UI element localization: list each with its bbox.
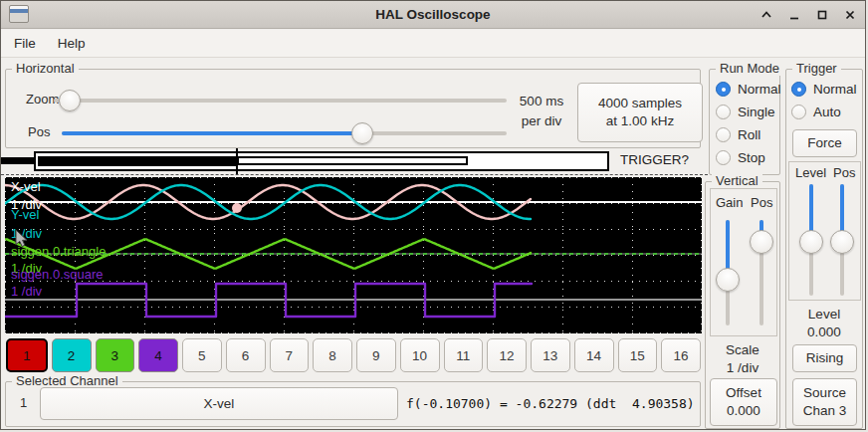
selected-channel-legend: Selected Channel bbox=[12, 373, 122, 388]
pos-slider-handle[interactable] bbox=[351, 122, 373, 144]
waveform-y-vel bbox=[5, 185, 531, 219]
channel-button-7[interactable]: 7 bbox=[270, 338, 310, 372]
scope-top-divider bbox=[1, 174, 708, 175]
scope-display[interactable]: X-vel1 /divY-vel1 /divsiggen.0.triangle1… bbox=[5, 177, 702, 333]
vertical-group: Vertical Gain Pos Scale 1 /div Offset 0.… bbox=[705, 181, 780, 429]
run-mode-option-single[interactable]: Single bbox=[716, 105, 781, 119]
channel-button-9[interactable]: 9 bbox=[356, 338, 396, 372]
horizontal-zoom-slider[interactable] bbox=[54, 90, 507, 111]
channel-button-13[interactable]: 13 bbox=[531, 338, 570, 372]
vertical-legend: Vertical bbox=[712, 173, 762, 188]
chevron-up-icon bbox=[760, 9, 772, 21]
horizontal-legend: Horizontal bbox=[12, 61, 79, 76]
minimize-icon bbox=[788, 9, 800, 21]
scale-value: 1 /div bbox=[706, 360, 779, 375]
vertical-pos-label: Pos bbox=[751, 195, 772, 210]
channel-button-16[interactable]: 16 bbox=[661, 338, 701, 372]
pos-label: Pos bbox=[28, 124, 50, 139]
timebase-unit: per div bbox=[508, 111, 575, 131]
run-mode-option-stop[interactable]: Stop bbox=[716, 150, 781, 165]
channel-button-row: 12345678910111213141516 bbox=[6, 338, 701, 372]
horizontal-pos-slider[interactable] bbox=[62, 122, 507, 144]
scope-channel-label: X-vel bbox=[11, 180, 41, 193]
zoom-slider-handle[interactable] bbox=[59, 90, 81, 111]
gain-slider[interactable] bbox=[715, 220, 741, 325]
zoom-slider-track[interactable] bbox=[54, 99, 507, 103]
channel-button-5[interactable]: 5 bbox=[182, 338, 222, 372]
radio-icon bbox=[791, 105, 806, 119]
pos-slider-fill bbox=[62, 131, 362, 135]
scope-channel-label: Y-vel bbox=[11, 208, 39, 221]
trigger-level-readout-label: Level bbox=[786, 307, 862, 322]
channel-name-button[interactable]: X-vel bbox=[40, 387, 398, 420]
menu-bar: FileHelp bbox=[1, 30, 865, 58]
trigger-edge-button[interactable]: Rising bbox=[792, 344, 857, 372]
record-window-bar bbox=[237, 156, 468, 165]
window-controls bbox=[760, 5, 857, 25]
trigger-pos-handle[interactable] bbox=[830, 230, 854, 254]
record-bar-fill bbox=[38, 156, 237, 166]
menu-item-help[interactable]: Help bbox=[55, 33, 89, 54]
run-mode-option-roll[interactable]: Roll bbox=[716, 127, 781, 142]
channel-value-readout: f(-0.10700) = -0.62279 (ddt 4.90358) bbox=[406, 396, 695, 411]
vertical-pos-slider[interactable] bbox=[749, 220, 774, 325]
selected-channel-group: Selected Channel 1 X-vel f(-0.10700) = -… bbox=[5, 381, 701, 427]
radio-icon bbox=[791, 82, 806, 97]
scope-channel-label: siggen.0.square bbox=[11, 268, 104, 281]
maximize-icon bbox=[816, 9, 828, 21]
radio-icon bbox=[716, 127, 731, 142]
channel-button-6[interactable]: 6 bbox=[226, 338, 266, 372]
offset-button[interactable]: Offset 0.000 bbox=[710, 378, 777, 426]
channel-button-2[interactable]: 2 bbox=[52, 338, 92, 372]
waveform-layer bbox=[5, 177, 702, 333]
trigger-mode-option-normal[interactable]: Normal bbox=[791, 82, 857, 97]
trigger-legend: Trigger bbox=[792, 61, 841, 76]
channel-button-14[interactable]: 14 bbox=[574, 338, 614, 372]
maximize-button[interactable] bbox=[815, 8, 829, 22]
force-button[interactable]: Force bbox=[792, 129, 857, 157]
trigger-level-slider[interactable] bbox=[798, 184, 824, 296]
timebase-value: 500 ms bbox=[508, 92, 575, 111]
window-title: HAL Oscilloscope bbox=[1, 7, 865, 22]
trigger-question-label: TRIGGER? bbox=[620, 152, 689, 167]
gain-label: Gain bbox=[716, 195, 743, 210]
channel-button-10[interactable]: 10 bbox=[400, 338, 440, 372]
minimize-button[interactable] bbox=[787, 8, 801, 22]
channel-button-8[interactable]: 8 bbox=[313, 338, 352, 372]
trigger-point-marker bbox=[232, 203, 242, 213]
radio-icon bbox=[716, 82, 731, 97]
waveform-siggen-0-square bbox=[5, 284, 532, 317]
app-window: HAL Oscilloscope FileHelp Horizontal Zoo… bbox=[0, 0, 866, 430]
scope-channel-label: 1 /div bbox=[11, 285, 42, 298]
run-mode-option-normal[interactable]: Normal bbox=[716, 82, 781, 97]
gain-slider-handle[interactable] bbox=[716, 268, 740, 292]
trigger-mode-option-auto[interactable]: Auto bbox=[791, 105, 857, 119]
vertical-pos-handle[interactable] bbox=[750, 230, 773, 254]
channel-button-15[interactable]: 15 bbox=[618, 338, 658, 372]
trigger-level-label: Level bbox=[795, 165, 826, 180]
channel-button-11[interactable]: 11 bbox=[444, 338, 484, 372]
vertical-slider-panel: Gain Pos bbox=[710, 188, 777, 336]
channel-button-12[interactable]: 12 bbox=[487, 338, 527, 372]
channel-button-1[interactable]: 1 bbox=[6, 338, 48, 372]
samples-button[interactable]: 4000 samples at 1.00 kHz bbox=[577, 83, 703, 142]
run-mode-legend: Run Mode bbox=[716, 61, 783, 76]
radio-icon bbox=[716, 150, 731, 165]
mouse-cursor-icon bbox=[15, 229, 30, 250]
menu-item-file[interactable]: File bbox=[11, 33, 39, 54]
trigger-slider-panel: Level Pos bbox=[788, 161, 861, 301]
close-button[interactable] bbox=[843, 8, 857, 22]
record-bar-stub bbox=[1, 157, 34, 164]
channel-button-4[interactable]: 4 bbox=[138, 338, 178, 372]
run-mode-options: NormalSingleRollStop bbox=[716, 82, 781, 165]
trigger-level-handle[interactable] bbox=[799, 230, 823, 254]
trigger-position-line bbox=[236, 148, 238, 174]
trigger-pos-label: Pos bbox=[833, 165, 855, 180]
run-mode-group: Run Mode NormalSingleRollStop bbox=[709, 69, 780, 175]
channel-button-3[interactable]: 3 bbox=[96, 338, 135, 372]
trigger-pos-slider[interactable] bbox=[829, 184, 855, 296]
trigger-source-button[interactable]: Source Chan 3 bbox=[792, 378, 857, 426]
shade-button[interactable] bbox=[760, 8, 773, 22]
scale-label: Scale bbox=[706, 342, 779, 357]
trigger-group: Trigger NormalAuto Force Level Pos Level… bbox=[785, 69, 863, 429]
